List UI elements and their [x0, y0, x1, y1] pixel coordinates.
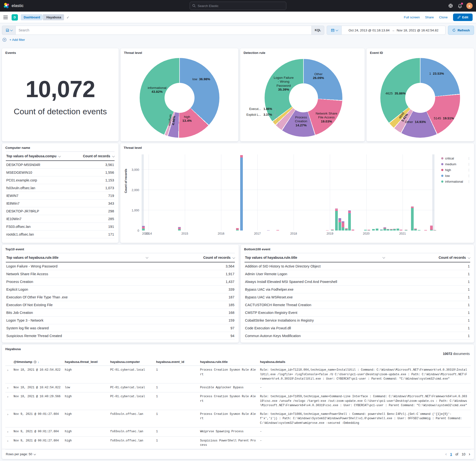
value-cell[interactable]: MSEDGEWIN10: [6, 171, 32, 174]
expand-row-icon[interactable]: ›: [5, 385, 14, 390]
bar-segment-high[interactable]: [240, 155, 243, 157]
value-cell[interactable]: Admin User Remote Logon: [245, 272, 287, 276]
value-cell[interactable]: Suspicious Remote Thread Created: [6, 334, 62, 338]
avatar[interactable]: e: [466, 3, 473, 9]
expand-row-icon[interactable]: ›: [5, 412, 14, 417]
doc-column-header[interactable]: hayabusa.rule.title: [200, 360, 260, 364]
top10-event-row[interactable]: System log file was cleared97: [6, 324, 235, 332]
kql-search-input[interactable]: Search: [16, 26, 312, 35]
value-cell[interactable]: Always Install Elevated MSI Spawned Cmd …: [245, 280, 337, 284]
legend-item-high[interactable]: high⋮: [441, 167, 471, 173]
bar-segment-informational[interactable]: [372, 229, 375, 230]
value-cell[interactable]: PC01.example.corp: [6, 178, 37, 182]
bar-segment-medium[interactable]: [342, 221, 344, 222]
bottom100-event-row[interactable]: Bypass UAC via Fodhelper.exe1: [245, 286, 470, 293]
value-cell[interactable]: Execution Of Other File Type Than .exe: [6, 295, 68, 299]
bar-segment-high[interactable]: [142, 227, 145, 229]
count-cell[interactable]: 1: [468, 280, 470, 284]
check-icon[interactable]: ✓: [67, 16, 69, 19]
count-cell[interactable]: 298: [108, 209, 114, 213]
date-from[interactable]: Oct 24, 2013 @ 01:16:13.84: [348, 28, 390, 32]
bar-segment-low[interactable]: [348, 213, 351, 214]
count-cell[interactable]: 343: [108, 202, 114, 205]
sort-descending-icon[interactable]: ↓: [38, 360, 39, 364]
value-cell[interactable]: CobaltStrike Service Installations in Re…: [245, 318, 314, 322]
bar-segment-critical[interactable]: [411, 206, 414, 207]
breadcrumb-page[interactable]: Hayabusa: [43, 14, 64, 20]
bar-segment-high[interactable]: [352, 230, 354, 230]
bottom100-event-row[interactable]: Commun Autorun Keys Modification1: [245, 332, 470, 340]
count-cell[interactable]: 285: [108, 217, 114, 221]
count-cell[interactable]: 185: [229, 303, 234, 307]
notifications-bell-icon[interactable]: [457, 3, 462, 9]
computer-name-row[interactable]: DESKTOP-JR78RLP298: [6, 207, 115, 215]
column-header-values[interactable]: Top values of hayabusa.rule.title: [245, 256, 384, 259]
date-picker-button[interactable]: [327, 26, 342, 35]
bar-segment-informational[interactable]: [236, 230, 239, 230]
computer-name-row[interactable]: MSEDGEWIN101,556: [6, 169, 115, 176]
count-cell[interactable]: 1: [468, 303, 470, 307]
expand-row-icon[interactable]: ›: [5, 368, 14, 373]
bar-segment-critical[interactable]: [400, 230, 402, 230]
bar-segment-high[interactable]: [434, 230, 436, 230]
bar-segment-informational[interactable]: [418, 230, 420, 230]
saved-query-button[interactable]: [2, 26, 16, 35]
column-header-count[interactable]: Count of records: [439, 256, 470, 259]
computer-name-row[interactable]: FS03.offsec.lan191: [6, 223, 115, 230]
value-cell[interactable]: Process Creation: [6, 280, 33, 284]
count-cell[interactable]: 719: [108, 194, 114, 198]
count-cell[interactable]: 187: [229, 295, 234, 299]
legend-item-critical[interactable]: critical⋮: [441, 155, 471, 161]
bar-segment-medium[interactable]: [348, 210, 351, 211]
bar-segment-critical[interactable]: [352, 230, 354, 230]
bar-segment-high[interactable]: [387, 229, 389, 230]
bar-plot-area[interactable]: 01,0002,0003,000201320142015201620172018…: [142, 154, 434, 230]
count-cell[interactable]: 339: [229, 288, 234, 291]
count-cell[interactable]: 1: [468, 264, 470, 268]
count-cell[interactable]: 191: [108, 225, 114, 229]
bar-segment-high[interactable]: [178, 228, 181, 230]
legend-options-icon[interactable]: ⋮: [467, 168, 471, 172]
bar-segment-high[interactable]: [339, 220, 341, 222]
value-cell[interactable]: IE8Win7: [6, 202, 20, 205]
value-cell[interactable]: System log file was cleared: [6, 326, 49, 330]
value-cell[interactable]: FS03.offsec.lan: [6, 225, 31, 229]
value-cell[interactable]: DESKTOP-JR78RLP: [6, 209, 39, 213]
bottom100-event-row[interactable]: Admin User Remote Logon1: [245, 270, 470, 278]
value-cell[interactable]: Logon Failure - Wrong Password: [6, 264, 58, 268]
bar-segment-high[interactable]: [367, 230, 370, 230]
bar-segment-informational[interactable]: [390, 230, 393, 230]
bar-segment-high[interactable]: [424, 230, 427, 230]
bar-segment-high[interactable]: [236, 228, 239, 230]
menu-icon[interactable]: [3, 16, 8, 19]
expand-row-icon[interactable]: ›: [5, 394, 14, 399]
next-page-button[interactable]: ›: [469, 452, 470, 457]
bottom100-event-row[interactable]: Addition of SID History to Active Direct…: [245, 262, 470, 270]
expand-row-icon[interactable]: ›: [5, 429, 14, 434]
column-header-count[interactable]: Count of records: [83, 154, 114, 158]
legend-options-icon[interactable]: ⋮: [467, 174, 471, 178]
bar-segment-high[interactable]: [400, 230, 402, 230]
top10-event-row[interactable]: Execution Of Other File Type Than .exe18…: [6, 293, 235, 301]
bar-segment-informational[interactable]: [393, 229, 396, 230]
bar-segment-medium[interactable]: [178, 227, 181, 228]
bar-segment-informational[interactable]: [364, 230, 367, 230]
legend-options-icon[interactable]: ⋮: [467, 157, 471, 160]
top10-event-row[interactable]: Process Creation1,437: [6, 278, 235, 286]
bar-segment-informational[interactable]: [331, 230, 334, 230]
bottom100-event-row[interactable]: CobaltStrike Service Installations in Re…: [245, 316, 470, 324]
count-cell[interactable]: 3,561: [105, 163, 114, 167]
computer-name-row[interactable]: rootdc1.offsec.lan171: [6, 230, 115, 238]
global-search-input[interactable]: Search Elastic: [190, 2, 286, 10]
legend-item-informational[interactable]: informational⋮: [441, 179, 471, 184]
count-cell[interactable]: 1,556: [105, 171, 114, 174]
doc-column-header[interactable]: hayabusa.details: [260, 360, 471, 364]
bar-segment-informational[interactable]: [339, 222, 341, 230]
bar-segment-informational[interactable]: [405, 230, 407, 230]
dashboard-app-badge[interactable]: D: [12, 14, 18, 21]
clone-link[interactable]: Clone: [439, 16, 448, 19]
date-to[interactable]: Nov 18, 2021 @ 16:42:54.82: [397, 28, 439, 32]
bar-segment-high[interactable]: [390, 229, 393, 230]
bottom100-event-row[interactable]: CACTUSTORCH Remote Thread Creation1: [245, 301, 470, 309]
top10-event-row[interactable]: Logon Failure - Wrong Password3,564: [6, 262, 235, 270]
